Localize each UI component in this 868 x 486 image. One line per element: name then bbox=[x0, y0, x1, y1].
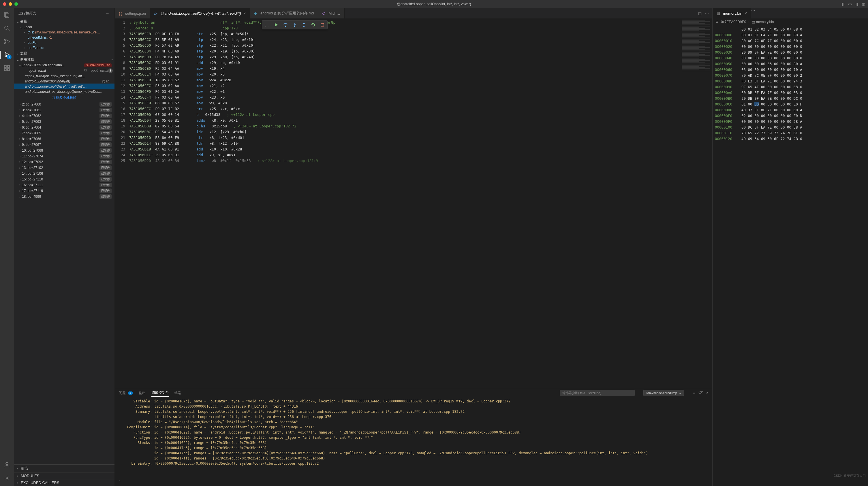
source-control-icon[interactable] bbox=[3, 37, 11, 45]
tab-settings-json[interactable]: { } settings.json bbox=[115, 8, 150, 19]
restart-button[interactable] bbox=[310, 22, 316, 28]
svg-rect-12 bbox=[7, 65, 9, 67]
step-out-button[interactable] bbox=[301, 22, 307, 28]
thread-row[interactable]: ›5: tid=27063已暂停 bbox=[14, 119, 115, 125]
thread-row[interactable]: ›11: tid=27074已暂停 bbox=[14, 153, 115, 159]
extensions-icon[interactable] bbox=[3, 64, 11, 72]
svg-rect-10 bbox=[4, 69, 6, 71]
sidebar-more-icon[interactable]: ⋯ bbox=[106, 11, 110, 15]
window-title: @android::Looper::pollOnce(int, int*, in… bbox=[397, 2, 471, 6]
split-editor-icon[interactable]: ◫ bbox=[698, 11, 702, 15]
collapse-icon[interactable]: ▫ bbox=[112, 58, 113, 62]
watermark: CSDN @安仔都有人用 bbox=[834, 474, 866, 478]
explorer-icon[interactable] bbox=[3, 11, 11, 19]
section-modules[interactable]: ›MODULES bbox=[14, 472, 115, 479]
stack-frame[interactable]: android::Looper::pollOnce(int, int*, int… bbox=[14, 84, 115, 89]
minimap[interactable] bbox=[681, 19, 712, 388]
load-more-frames[interactable]: 加载多个堆栈帧 bbox=[14, 94, 115, 101]
tab-terminal[interactable]: 终端 bbox=[175, 389, 181, 397]
section-variables[interactable]: ⌄变量 bbox=[14, 19, 115, 25]
code-view[interactable]: ; Symbol: an nt*, int*, void**), mangled… bbox=[129, 19, 681, 388]
debug-toolbar[interactable]: ⋮⋮ bbox=[262, 20, 328, 29]
panel-close-icon[interactable]: × bbox=[706, 391, 708, 395]
settings-icon[interactable] bbox=[3, 474, 11, 482]
tab-more-icon[interactable]: ⋯ bbox=[705, 11, 709, 15]
section-breakpoints[interactable]: ›断点 bbox=[14, 464, 115, 472]
run-debug-icon[interactable]: 1 bbox=[3, 51, 11, 59]
thread-row[interactable]: ›18: tid=4999已暂停 bbox=[14, 194, 115, 199]
breadcrumb-file[interactable]: ▤ memory.bin bbox=[752, 20, 774, 24]
stack-frame[interactable]: android::Looper::pollInner(int)@an… bbox=[14, 79, 115, 84]
thread-row[interactable]: ›6: tid=27064已暂停 bbox=[14, 125, 115, 130]
tab-disasm[interactable]: ▷ @android::Looper::pollOnce(int, int*, … bbox=[150, 8, 250, 19]
variable-row[interactable]: ›outFd: bbox=[14, 40, 115, 45]
svg-point-14 bbox=[6, 477, 8, 479]
tab-more-icon[interactable]: ⋯ bbox=[751, 8, 755, 12]
thread-row[interactable]: ›13: tid=27102已暂停 bbox=[14, 165, 115, 171]
debug-console-output[interactable]: Variable: id = {0x0004167c}, name = "out… bbox=[115, 397, 712, 478]
line-gutter: 1234567891011121314151617181920212223242… bbox=[115, 19, 129, 388]
panel-left-icon[interactable]: ◧ bbox=[841, 2, 845, 6]
c-icon: C bbox=[322, 11, 327, 15]
breadcrumb-addr[interactable]: 0x7EEA0FD9E0 bbox=[721, 20, 746, 24]
debug-console-input[interactable]: › bbox=[115, 478, 712, 486]
stack-frame[interactable]: __epoll_pwait@__epoll_pwait5 bbox=[14, 68, 115, 73]
section-watch[interactable]: ›监视 bbox=[14, 51, 115, 57]
thread-1[interactable]: ⌄ 1: tid=27055 "cn.findpiano… SIGNAL SIG… bbox=[14, 63, 115, 68]
hex-view[interactable]: 00 01 02 03 04 05 06 07 08 000000000B0 D… bbox=[713, 25, 868, 486]
tab-memory-bin[interactable]: ▤ memory.bin × bbox=[713, 8, 751, 19]
search-icon[interactable] bbox=[3, 24, 11, 32]
minimize-window[interactable] bbox=[9, 2, 12, 6]
svg-point-17 bbox=[294, 26, 295, 27]
thread-row[interactable]: ›15: tid=27110已暂停 bbox=[14, 176, 115, 182]
thread-row[interactable]: ›4: tid=27062已暂停 bbox=[14, 113, 115, 119]
thread-row[interactable]: ›14: tid=27106已暂停 bbox=[14, 171, 115, 176]
thread-row[interactable]: ›2: tid=27060已暂停 bbox=[14, 101, 115, 107]
thread-row[interactable]: ›16: tid=27111已暂停 bbox=[14, 182, 115, 188]
svg-line-3 bbox=[8, 29, 9, 31]
debug-session-dropdown[interactable]: lldb-vscode-coredump⌄ bbox=[643, 390, 684, 396]
variable-row[interactable]: timeoutMillis: -1 bbox=[14, 35, 115, 40]
step-into-button[interactable] bbox=[291, 22, 298, 28]
hex-editor: ▤ memory.bin × ⋯ ⚙ 0x7EEA0FD9E0 › ▤ memo… bbox=[712, 8, 868, 486]
variable-row[interactable]: ›outEvents: bbox=[14, 45, 115, 51]
filter-input[interactable]: 筛选器(例如 text、!exclude) bbox=[560, 390, 635, 396]
filter-icon[interactable]: ≣ bbox=[693, 391, 695, 395]
thread-row[interactable]: ›10: tid=27068已暂停 bbox=[14, 148, 115, 153]
stack-frame[interactable]: android::android_os_MessageQueue_nativeD… bbox=[14, 89, 115, 94]
thread-row[interactable]: ›7: tid=27065已暂停 bbox=[14, 130, 115, 136]
tab-markdown[interactable]: ◆ android 如何分析应用的内存.md bbox=[250, 8, 318, 19]
tab-problems[interactable]: 问题 4 bbox=[119, 389, 133, 397]
tab-midif[interactable]: C Midif… bbox=[318, 8, 345, 19]
close-icon[interactable]: × bbox=[243, 11, 246, 15]
variable-row[interactable]: ›this: {mAllowNonCallbacks:false, mWakeE… bbox=[14, 30, 115, 35]
account-icon[interactable] bbox=[3, 461, 11, 469]
thread-row[interactable]: ›17: tid=27119已暂停 bbox=[14, 188, 115, 194]
thread-row[interactable]: ›9: tid=27067已暂停 bbox=[14, 142, 115, 148]
continue-button[interactable] bbox=[273, 22, 279, 28]
tab-output[interactable]: 输出 bbox=[139, 389, 146, 397]
layout-grid-icon[interactable]: ▦ bbox=[861, 2, 865, 6]
close-icon[interactable]: × bbox=[745, 11, 747, 15]
panel-bottom-icon[interactable]: ▭ bbox=[848, 2, 852, 6]
maximize-window[interactable] bbox=[14, 2, 18, 6]
clear-icon[interactable]: ⌫ bbox=[699, 391, 703, 395]
panel-right-icon[interactable]: ◨ bbox=[855, 2, 859, 6]
stop-button[interactable] bbox=[319, 22, 326, 28]
section-excluded-callers[interactable]: ›EXCLUDED CALLERS bbox=[14, 479, 115, 486]
signal-badge: SIGNAL SIGSTOP bbox=[84, 63, 112, 67]
stack-frame[interactable]: ::epoll_pwait(int, epoll_event *, int, i… bbox=[14, 73, 115, 79]
thread-row[interactable]: ›12: tid=27092已暂停 bbox=[14, 159, 115, 165]
scope-local[interactable]: ⌄Local bbox=[14, 25, 115, 30]
thread-row[interactable]: ›8: tid=27066已暂停 bbox=[14, 136, 115, 142]
close-window[interactable] bbox=[3, 2, 6, 6]
thread-row[interactable]: ›3: tid=27061已暂停 bbox=[14, 107, 115, 113]
binary-icon: ▤ bbox=[717, 11, 721, 15]
gear-icon[interactable]: ⚙ bbox=[715, 20, 719, 24]
tab-debug-console[interactable]: 调试控制台 bbox=[151, 389, 169, 397]
svg-point-2 bbox=[5, 26, 8, 29]
section-callstack[interactable]: ⌄调用堆栈 ▫ bbox=[14, 57, 115, 63]
run-icon: ▷ bbox=[154, 11, 158, 15]
step-over-button[interactable] bbox=[282, 22, 289, 28]
drag-handle-icon[interactable]: ⋮⋮ bbox=[264, 23, 270, 27]
